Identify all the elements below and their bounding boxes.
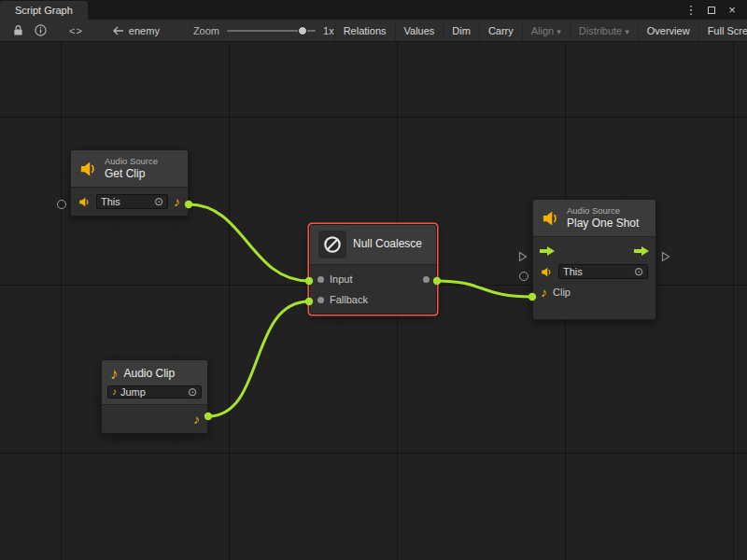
- node-header: Audio Source Get Clip: [71, 150, 188, 188]
- wire-getclip-to-input[interactable]: [189, 204, 309, 281]
- audioclip-output-icon: ♪: [174, 195, 180, 208]
- audio-source-icon: [542, 209, 560, 228]
- wire-audioclip-to-fallback[interactable]: [208, 301, 309, 416]
- node-title: Get Clip: [105, 167, 158, 182]
- object-picker-icon[interactable]: ⊙: [154, 196, 163, 207]
- zoom-label: Zoom: [193, 25, 219, 36]
- graph-breadcrumb[interactable]: enemy: [113, 25, 160, 36]
- values-button[interactable]: Values: [395, 20, 444, 41]
- clip-port-row: ♪ Clip: [533, 282, 655, 302]
- node-header: Audio Source Play One Shot: [533, 200, 655, 237]
- object-picker-icon[interactable]: ⊙: [188, 386, 197, 398]
- align-button[interactable]: Align ▾: [522, 20, 570, 41]
- code-view-icon[interactable]: <>: [63, 25, 89, 36]
- object-picker-icon[interactable]: ⊙: [634, 266, 643, 277]
- clip-note-icon: ♪: [112, 387, 117, 397]
- zoom-slider-knob[interactable]: [298, 26, 307, 35]
- control-out-port[interactable]: [661, 251, 670, 262]
- this-port-row: This ⊙ ♪: [71, 191, 188, 212]
- clip-port-label: Clip: [553, 287, 571, 298]
- menu-kebab-icon[interactable]: ⋮: [684, 4, 698, 16]
- null-coalesce-icon: [318, 231, 346, 259]
- input-port-row: Input: [310, 269, 436, 289]
- control-in-port[interactable]: [518, 251, 528, 262]
- node-null-coalesce[interactable]: Null Coalesce Input Fallback: [309, 224, 437, 315]
- graph-name: enemy: [129, 25, 160, 36]
- this-dropdown[interactable]: This ⊙: [96, 194, 168, 209]
- control-flow-row: [533, 241, 655, 261]
- node-body: This ⊙ ♪ Clip: [533, 237, 655, 306]
- dropdown-arrow-icon: ▾: [625, 27, 629, 36]
- clip-value: Jump: [120, 386, 146, 398]
- zoom-control: Zoom 1x: [193, 25, 334, 36]
- node-title: Play One Shot: [567, 217, 639, 231]
- dim-button[interactable]: Dim: [443, 20, 479, 41]
- fullscreen-button[interactable]: Full Screen: [698, 20, 747, 41]
- maximize-icon[interactable]: [704, 4, 719, 16]
- carry-button[interactable]: Carry: [479, 20, 522, 41]
- node-header: ♪ Audio Clip ♪ Jump ⊙: [102, 360, 207, 405]
- this-input-port[interactable]: [519, 272, 529, 281]
- maximize-glyph: [708, 7, 715, 14]
- this-port-row: This ⊙: [533, 261, 655, 282]
- fallback-port[interactable]: [317, 297, 324, 303]
- graph-toolbar: <> enemy Zoom 1x Relations Values Dim Ca…: [0, 20, 747, 42]
- flow-in-arrow-icon[interactable]: [540, 246, 555, 256]
- node-title: Audio Clip: [124, 367, 176, 382]
- lock-icon[interactable]: [7, 24, 29, 36]
- toolbar-buttons: Relations Values Dim Carry Align ▾ Distr…: [334, 20, 747, 41]
- wire-result-to-clip[interactable]: [437, 281, 532, 297]
- audioclip-output-icon: ♪: [193, 413, 200, 426]
- node-body: Input Fallback: [310, 265, 436, 314]
- node-body: ♪: [102, 405, 207, 433]
- speaker-icon: [541, 266, 553, 278]
- distribute-button[interactable]: Distribute ▾: [570, 20, 638, 41]
- input-port-label: Input: [330, 273, 352, 285]
- relations-button[interactable]: Relations: [334, 20, 395, 41]
- back-arrow-icon: [113, 26, 124, 35]
- input-port[interactable]: [317, 276, 324, 283]
- unity-window: Script Graph ⋮ × <>: [0, 0, 747, 560]
- output-port-row: ♪: [102, 409, 207, 429]
- tab-bar: Script Graph ⋮ ×: [0, 0, 747, 20]
- tab-script-graph[interactable]: Script Graph: [0, 1, 88, 20]
- fallback-port-label: Fallback: [330, 294, 368, 305]
- result-port[interactable]: [423, 276, 430, 283]
- speaker-icon: [78, 196, 91, 208]
- node-header: Null Coalesce: [310, 225, 436, 265]
- node-title: Null Coalesce: [353, 237, 422, 252]
- clip-note-icon: ♪: [541, 286, 547, 299]
- node-get-clip[interactable]: Audio Source Get Clip This ⊙ ♪: [70, 149, 189, 217]
- node-audio-clip[interactable]: ♪ Audio Clip ♪ Jump ⊙ ♪: [101, 359, 208, 434]
- fallback-port-row: Fallback: [310, 289, 436, 310]
- info-icon[interactable]: [29, 24, 52, 36]
- graph-canvas[interactable]: Audio Source Get Clip This ⊙ ♪: [0, 42, 747, 560]
- node-body: This ⊙ ♪: [71, 188, 188, 216]
- audio-source-icon: [79, 160, 98, 178]
- close-icon[interactable]: ×: [725, 4, 740, 16]
- tab-title: Script Graph: [15, 5, 73, 16]
- zoom-value: 1x: [323, 25, 334, 36]
- node-subtitle: Audio Source: [105, 156, 158, 167]
- this-dropdown[interactable]: This ⊙: [558, 264, 648, 279]
- zoom-slider[interactable]: [227, 30, 316, 32]
- window-controls: ⋮ ×: [684, 0, 747, 20]
- node-subtitle: Audio Source: [567, 205, 639, 217]
- overview-button[interactable]: Overview: [638, 20, 698, 41]
- audio-clip-icon: ♪: [110, 366, 119, 382]
- audio-clip-field[interactable]: ♪ Jump ⊙: [107, 385, 202, 399]
- this-input-port[interactable]: [57, 200, 66, 209]
- dropdown-arrow-icon: ▾: [557, 27, 561, 36]
- flow-out-arrow-icon[interactable]: [634, 246, 649, 256]
- node-play-one-shot[interactable]: Audio Source Play One Shot: [532, 199, 656, 320]
